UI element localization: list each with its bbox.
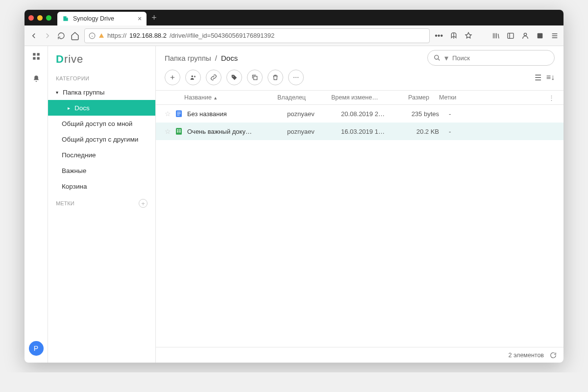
- sidebar-item-shared-with-me[interactable]: Общий доступ со мной: [48, 116, 155, 131]
- sidebar-item-group-folder[interactable]: ▾Папка группы: [48, 84, 155, 100]
- extension-icon[interactable]: [536, 32, 544, 40]
- star-icon[interactable]: ☆: [165, 110, 174, 118]
- svg-point-10: [233, 76, 234, 77]
- close-window-icon[interactable]: [28, 15, 34, 21]
- url-host: 192.168.88.2: [129, 32, 167, 39]
- svg-rect-20: [177, 129, 178, 130]
- file-time: 20.08.2019 2…: [341, 110, 395, 118]
- col-size[interactable]: Размер: [385, 94, 439, 101]
- file-size: 235 bytes: [395, 110, 449, 118]
- svg-point-9: [192, 75, 194, 77]
- sort-asc-icon: ▲: [213, 96, 218, 100]
- close-tab-icon[interactable]: ×: [138, 15, 142, 23]
- toolbar-right: [492, 32, 559, 40]
- file-size: 20.2 KB: [395, 128, 449, 135]
- svg-rect-4: [33, 53, 35, 55]
- new-tab-button[interactable]: +: [151, 13, 157, 23]
- maximize-window-icon[interactable]: [46, 15, 51, 21]
- list-view-icon[interactable]: ☰: [535, 73, 541, 82]
- star-icon[interactable]: ☆: [165, 127, 174, 135]
- sidebar-item-shared-with-others[interactable]: Общий доступ с другими: [48, 131, 155, 147]
- share-user-button[interactable]: [185, 70, 201, 85]
- svg-point-14: [297, 77, 298, 78]
- caret-right-icon: ▸: [68, 105, 73, 111]
- avatar-letter: P: [34, 344, 38, 352]
- document-icon: [174, 109, 183, 118]
- table-row[interactable]: ☆ Без названия poznyaev 20.08.2019 2… 23…: [156, 105, 564, 122]
- drive-favicon-icon: [62, 15, 69, 22]
- file-list: ☆ Без названия poznyaev 20.08.2019 2… 23…: [156, 105, 564, 347]
- col-time[interactable]: Время измене…: [331, 94, 385, 101]
- account-icon[interactable]: [521, 32, 529, 40]
- reload-button[interactable]: [57, 31, 66, 40]
- svg-point-13: [295, 77, 296, 78]
- url-field[interactable]: https://192.168.88.2/drive/#file_id=5043…: [84, 28, 430, 43]
- link-button[interactable]: [206, 70, 221, 85]
- refresh-icon[interactable]: [550, 352, 557, 359]
- browser-tabbar: Synology Drive × +: [24, 10, 564, 25]
- svg-rect-18: [177, 115, 179, 115]
- app-rail: P: [24, 46, 48, 363]
- svg-rect-21: [179, 129, 181, 130]
- table-row[interactable]: ☆ Очень важный доку… poznyaev 16.03.2019…: [156, 122, 564, 140]
- table-header: Название ▲ Владелец Время измене… Размер…: [156, 90, 564, 105]
- toolbar: ☰ ≡↓: [156, 70, 564, 90]
- sort-view-icon[interactable]: ≡↓: [546, 73, 555, 82]
- col-menu-icon[interactable]: ⋮: [548, 94, 555, 101]
- col-labels[interactable]: Метки: [439, 94, 548, 101]
- copy-button[interactable]: [247, 70, 263, 85]
- main-pane: Папка группы / Docs ▾: [156, 46, 564, 363]
- nav-tree: ▾Папка группы ▸Docs Общий доступ со мной…: [48, 84, 155, 194]
- more-icon[interactable]: •••: [435, 31, 443, 40]
- svg-rect-16: [177, 112, 181, 112]
- col-owner[interactable]: Владелец: [277, 94, 331, 101]
- view-switch: ☰ ≡↓: [535, 73, 555, 82]
- forward-button[interactable]: [43, 31, 52, 40]
- minimize-window-icon[interactable]: [37, 15, 43, 21]
- add-label-button[interactable]: +: [139, 199, 147, 208]
- browser-address-bar: https://192.168.88.2/drive/#file_id=5043…: [24, 25, 564, 46]
- bookmark-star-icon[interactable]: [465, 32, 472, 40]
- svg-rect-3: [538, 33, 543, 38]
- svg-rect-7: [37, 57, 39, 60]
- file-name: Без названия: [187, 110, 227, 118]
- svg-point-8: [435, 55, 439, 59]
- bell-icon[interactable]: [32, 74, 41, 83]
- lock-warn-icon: [98, 33, 104, 39]
- breadcrumb-root[interactable]: Папка группы: [165, 54, 211, 62]
- tag-button[interactable]: [226, 70, 242, 85]
- svg-rect-1: [508, 33, 514, 38]
- delete-button[interactable]: [268, 70, 283, 85]
- svg-rect-23: [179, 131, 181, 132]
- spreadsheet-icon: [174, 127, 183, 136]
- categories-label: КАТЕГОРИИ: [48, 73, 155, 84]
- browser-tab[interactable]: Synology Drive ×: [57, 12, 147, 25]
- search-icon: [434, 54, 441, 61]
- back-button[interactable]: [29, 31, 38, 40]
- addrbar-actions: •••: [435, 31, 472, 40]
- apps-grid-icon[interactable]: [32, 52, 41, 61]
- home-button[interactable]: [71, 31, 79, 40]
- file-time: 16.03.2019 1…: [341, 128, 395, 135]
- svg-rect-5: [37, 53, 39, 55]
- reader-icon[interactable]: [450, 32, 458, 40]
- avatar[interactable]: P: [29, 341, 44, 356]
- library-icon[interactable]: [492, 32, 500, 40]
- sidebar-item-docs[interactable]: ▸Docs: [48, 100, 155, 116]
- breadcrumb-current: Docs: [221, 54, 238, 62]
- url-path: /drive/#file_id=504360569176891392: [170, 32, 274, 39]
- sidebar-item-starred[interactable]: Важные: [48, 163, 155, 178]
- col-name[interactable]: Название ▲: [165, 94, 277, 101]
- app-root: P Drive КАТЕГОРИИ ▾Папка группы ▸Docs Об…: [24, 46, 564, 363]
- sidebar-item-trash[interactable]: Корзина: [48, 178, 155, 194]
- search-input[interactable]: [452, 54, 548, 62]
- file-labels: -: [449, 128, 555, 135]
- sidebar-item-recent[interactable]: Последние: [48, 147, 155, 163]
- search-field[interactable]: ▾: [427, 50, 555, 66]
- menu-icon[interactable]: [551, 32, 559, 40]
- add-button[interactable]: [165, 70, 180, 85]
- search-caret-icon[interactable]: ▾: [444, 53, 448, 63]
- sidebar-icon[interactable]: [507, 32, 514, 40]
- file-owner: poznyaev: [287, 110, 341, 118]
- more-actions-button[interactable]: [288, 70, 304, 85]
